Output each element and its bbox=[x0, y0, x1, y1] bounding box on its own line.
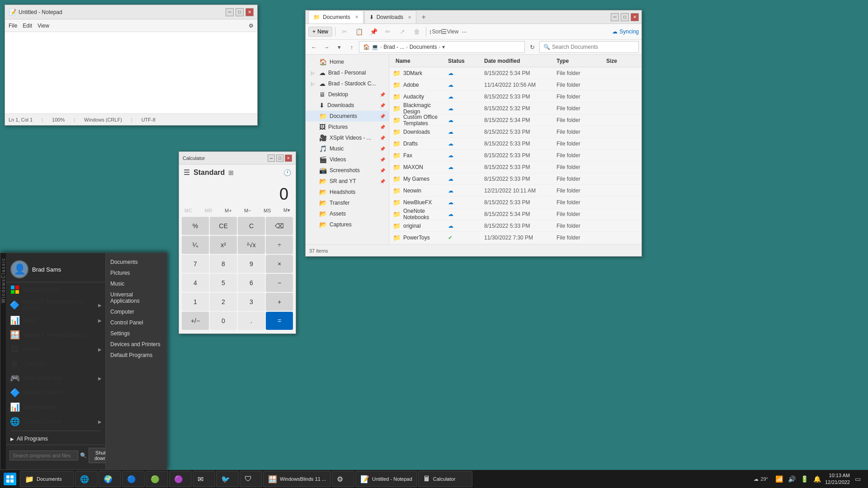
calc-plus-btn[interactable]: + bbox=[266, 293, 293, 311]
col-date-header[interactable]: Date modified bbox=[484, 58, 557, 64]
taskbar-spotify[interactable]: 🟢 bbox=[146, 471, 168, 487]
tray-volume-icon[interactable]: 🔊 bbox=[787, 474, 797, 484]
start-item-photos[interactable]: 🖼 Photos ▶ bbox=[6, 342, 105, 357]
sidebar-item-xsplit[interactable]: 🎥 XSplit Videos - ... 📌 bbox=[306, 132, 389, 143]
explorer-copy-btn[interactable]: 📋 bbox=[353, 26, 365, 38]
notepad-maximize-btn[interactable]: □ bbox=[236, 8, 244, 16]
calc-6-btn[interactable]: 6 bbox=[238, 274, 265, 292]
start-right-settings[interactable]: Settings bbox=[106, 328, 167, 339]
calc-square-btn[interactable]: x² bbox=[210, 236, 237, 254]
start-right-documents[interactable]: Documents bbox=[106, 257, 167, 267]
sidebar-item-home[interactable]: 🏠 Home bbox=[306, 56, 389, 67]
start-item-windows-menu[interactable]: Windows Menu bbox=[6, 282, 105, 297]
user-avatar[interactable]: 👤 bbox=[10, 260, 28, 278]
sidebar-item-downloads[interactable]: ⬇ Downloads 📌 bbox=[306, 100, 389, 111]
explorer-dropdown-btn[interactable]: ▾ bbox=[334, 42, 344, 52]
taskbar-calculator[interactable]: 🖩 Calculator bbox=[418, 471, 472, 487]
calc-7-btn[interactable]: 7 bbox=[182, 255, 209, 273]
taskbar-security[interactable]: 🛡 bbox=[240, 471, 262, 487]
calc-mr-btn[interactable]: MR bbox=[203, 206, 214, 214]
notepad-edit-menu[interactable]: Edit bbox=[23, 23, 32, 29]
table-row[interactable]: 📁 Fax ☁ 8/15/2022 5:33 PM File folder bbox=[389, 150, 642, 161]
calc-mv-btn[interactable]: M▾ bbox=[282, 206, 292, 214]
tray-show-desktop-icon[interactable]: ▭ bbox=[853, 474, 863, 484]
notepad-file-menu[interactable]: File bbox=[9, 23, 17, 29]
calc-1-btn[interactable]: 1 bbox=[182, 293, 209, 311]
start-item-excel[interactable]: 📊 Excel ▶ bbox=[6, 313, 105, 328]
explorer-refresh-btn[interactable]: ↻ bbox=[527, 42, 538, 52]
start-search-input[interactable] bbox=[9, 450, 78, 460]
notepad-close-btn[interactable]: ✕ bbox=[245, 8, 254, 16]
start-right-computer[interactable]: Computer bbox=[106, 306, 167, 317]
sidebar-item-sr-yt[interactable]: 📂 SR and YT 📌 bbox=[306, 176, 389, 187]
table-row[interactable]: 📁 MAXON ☁ 8/15/2022 5:33 PM File folder bbox=[389, 161, 642, 173]
start-item-windowblinds[interactable]: 🪟 Stardock WindowBlinds 11 bbox=[6, 328, 105, 342]
explorer-add-tab-btn[interactable]: + bbox=[417, 10, 430, 23]
explorer-new-btn[interactable]: + New bbox=[308, 27, 332, 37]
table-row[interactable]: 📁 3DMark ☁ 8/15/2022 5:34 PM File folder bbox=[389, 67, 642, 79]
taskbar-notepad[interactable]: 📝 Untitled - Notepad bbox=[355, 471, 417, 487]
calc-5-btn[interactable]: 5 bbox=[210, 274, 237, 292]
start-right-defaultprograms[interactable]: Default Programs bbox=[106, 350, 167, 361]
notepad-view-menu[interactable]: View bbox=[38, 23, 49, 29]
sidebar-item-brad-personal[interactable]: ▷ ☁ Brad - Personal bbox=[306, 67, 389, 78]
sidebar-item-assets[interactable]: 📂 Assets bbox=[306, 208, 389, 219]
notepad-settings-icon[interactable]: ⚙ bbox=[249, 23, 254, 29]
explorer-breadcrumb[interactable]: 🏠 💻 › Brad - ... › Documents › ▾ bbox=[359, 41, 525, 53]
taskbar-app1[interactable]: 🔵 bbox=[122, 471, 145, 487]
taskbar-settings[interactable]: ⚙ bbox=[332, 471, 354, 487]
calc-mc-btn[interactable]: MC bbox=[183, 206, 194, 214]
calc-minimize-btn[interactable]: ─ bbox=[268, 155, 275, 162]
calc-mminus-btn[interactable]: M− bbox=[242, 206, 253, 214]
explorer-forward-btn[interactable]: → bbox=[321, 42, 332, 52]
calc-percent-btn[interactable]: % bbox=[182, 217, 209, 235]
table-row[interactable]: 📁 Presentations ☁ 8/15/2022 5:33 PM File… bbox=[389, 244, 642, 244]
start-right-controlpanel[interactable]: Control Panel bbox=[106, 317, 167, 328]
calc-c-btn[interactable]: C bbox=[238, 217, 265, 235]
table-row[interactable]: 📁 Drafts ☁ 8/15/2022 5:33 PM File folder bbox=[389, 138, 642, 150]
tray-clock[interactable]: 10:13 AM 12/21/2022 bbox=[825, 472, 850, 486]
tray-battery-icon[interactable]: 🔋 bbox=[800, 474, 810, 484]
explorer-close-btn[interactable]: ✕ bbox=[631, 13, 639, 21]
start-all-programs[interactable]: ▶ All Programs bbox=[6, 433, 105, 445]
sidebar-item-headshots[interactable]: 📂 Headshots bbox=[306, 187, 389, 197]
calc-3-btn[interactable]: 3 bbox=[238, 293, 265, 311]
calc-minus-btn[interactable]: − bbox=[266, 274, 293, 292]
col-type-header[interactable]: Type bbox=[557, 58, 606, 64]
explorer-back-btn[interactable]: ← bbox=[308, 42, 319, 52]
start-item-taskmanager[interactable]: 📊 Task Manager bbox=[6, 400, 105, 414]
calc-plusminus-btn[interactable]: +/− bbox=[182, 312, 209, 330]
start-right-pictures[interactable]: Pictures bbox=[106, 267, 167, 278]
explorer-rename-btn[interactable]: ✏ bbox=[382, 26, 394, 38]
taskbar-twitter[interactable]: 🐦 bbox=[216, 471, 239, 487]
explorer-minimize-btn[interactable]: ─ bbox=[611, 13, 619, 21]
taskbar-documents[interactable]: 📁 Documents bbox=[20, 471, 74, 487]
col-name-header[interactable]: Name bbox=[396, 58, 448, 64]
calc-backspace-btn[interactable]: ⌫ bbox=[266, 217, 293, 235]
start-item-teams[interactable]: 🔷 Microsoft Teams bbox=[6, 385, 105, 400]
calc-multiply-btn[interactable]: × bbox=[266, 255, 293, 273]
explorer-maximize-btn[interactable]: □ bbox=[621, 13, 629, 21]
sidebar-item-pictures[interactable]: 🖼 Pictures 📌 bbox=[306, 122, 389, 132]
taskbar-mail[interactable]: ✉ bbox=[193, 471, 215, 487]
calc-inverse-btn[interactable]: ⅟ₓ bbox=[182, 236, 209, 254]
sidebar-item-videos[interactable]: 🎬 Videos 📌 bbox=[306, 154, 389, 165]
calc-maximize-btn[interactable]: □ bbox=[276, 155, 283, 162]
breadcrumb-dropdown-btn[interactable]: ▾ bbox=[442, 44, 445, 50]
start-item-calculator[interactable]: 🖩 Calculator bbox=[6, 357, 105, 371]
tab-documents-close[interactable]: ✕ bbox=[355, 14, 359, 19]
col-status-header[interactable]: Status bbox=[448, 58, 484, 64]
start-right-music[interactable]: Music bbox=[106, 278, 167, 289]
explorer-tab-downloads[interactable]: ⬇ Downloads ✕ bbox=[364, 10, 416, 23]
explorer-more-btn[interactable]: ··· bbox=[458, 26, 471, 38]
table-row[interactable]: 📁 original ☁ 8/15/2022 5:33 PM File fold… bbox=[389, 220, 642, 232]
calc-decimal-btn[interactable]: . bbox=[238, 312, 265, 330]
notepad-text-area[interactable] bbox=[5, 32, 257, 113]
sidebar-item-captures[interactable]: 📂 Captures bbox=[306, 219, 389, 230]
taskbar-edge[interactable]: 🌐 bbox=[75, 471, 98, 487]
table-row[interactable]: 📁 Neowin ☁ 12/21/2022 10:11 AM File fold… bbox=[389, 185, 642, 197]
explorer-up-btn[interactable]: ↑ bbox=[346, 42, 357, 52]
taskbar-browser[interactable]: 🌍 bbox=[99, 471, 121, 487]
tray-network-icon[interactable]: 📶 bbox=[774, 474, 784, 484]
calc-close-btn[interactable]: ✕ bbox=[285, 155, 292, 162]
